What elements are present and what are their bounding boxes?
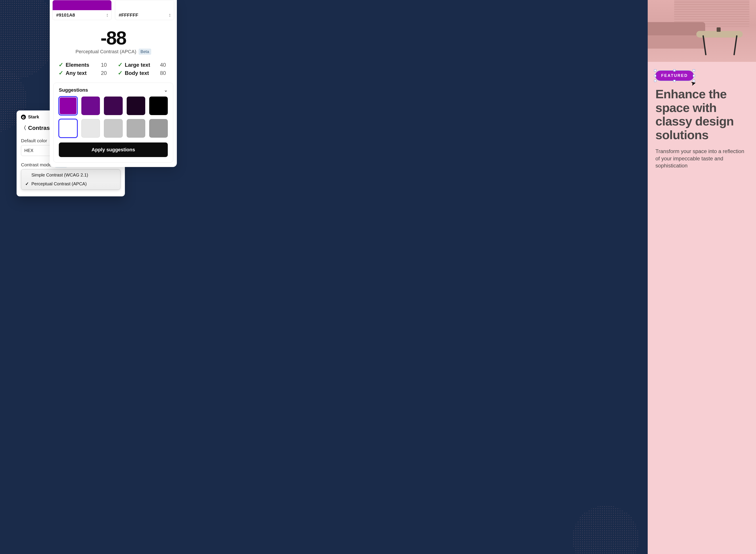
chevron-down-icon[interactable]: ⌄ <box>164 87 168 93</box>
contrast-score-label: Perceptual Contrast (APCA) <box>75 49 136 55</box>
design-preview-pane: FEATURED ➤ Enhance the space with classy… <box>648 0 756 554</box>
plugin-title: Stark <box>28 114 39 119</box>
suggestion-swatch[interactable] <box>59 97 78 115</box>
preview-decor <box>717 27 721 32</box>
stark-logo-icon: ◐ <box>21 115 26 119</box>
apply-suggestions-button[interactable]: Apply suggestions <box>59 143 168 157</box>
featured-pill[interactable]: FEATURED <box>655 71 694 80</box>
selection-handle[interactable] <box>673 69 675 71</box>
dropdown-option[interactable]: Simple Contrast (WCAG 2.1) <box>21 171 120 179</box>
selection-handle[interactable] <box>693 69 695 71</box>
suggestion-swatch[interactable] <box>104 97 122 115</box>
check-value: 20 <box>101 70 109 76</box>
suggestion-swatch[interactable] <box>149 97 168 115</box>
check-icon: ✓ <box>118 61 123 68</box>
foreground-hex-value: #9101A8 <box>56 12 75 18</box>
suggestion-swatch[interactable] <box>127 97 145 115</box>
preview-decor <box>734 35 738 55</box>
selection-handle[interactable] <box>654 80 656 82</box>
contrast-panel: #9101A8 ▴▾ #FFFFFF ▴▾ -88 Perceptual Con… <box>50 0 177 167</box>
background-color-cell[interactable]: #FFFFFF ▴▾ <box>115 0 174 20</box>
check-label: Any text <box>66 70 99 76</box>
suggestion-swatch[interactable] <box>104 119 122 137</box>
check-icon: ✓ <box>118 69 123 76</box>
suggestion-swatch-grid <box>59 97 168 137</box>
stepper-icon[interactable]: ▴▾ <box>169 13 170 17</box>
dropdown-option-label: Perceptual Contrast (APCA) <box>32 181 87 186</box>
suggestion-swatch[interactable] <box>127 119 145 137</box>
check-item: ✓ Body text 80 <box>118 69 168 76</box>
background-swatch <box>115 0 174 10</box>
selected-element-pill[interactable]: FEATURED ➤ <box>655 71 694 80</box>
check-value: 80 <box>160 70 168 76</box>
check-value: 40 <box>160 62 168 68</box>
check-label: Elements <box>66 62 99 68</box>
selection-handle[interactable] <box>673 80 675 82</box>
suggestion-swatch[interactable] <box>81 97 100 115</box>
selection-handle[interactable] <box>693 75 695 77</box>
check-icon: ✓ <box>25 181 29 186</box>
check-item: ✓ Elements 10 <box>59 61 109 68</box>
check-item: ✓ Large text 40 <box>118 61 168 68</box>
compliance-checks-grid: ✓ Elements 10 ✓ Large text 40 ✓ Any text… <box>50 57 177 82</box>
stepper-icon[interactable]: ▴▾ <box>107 13 108 17</box>
suggestion-swatch[interactable] <box>81 119 100 137</box>
suggestion-swatch[interactable] <box>149 119 168 137</box>
check-icon: ✓ <box>59 61 63 68</box>
check-label: Body text <box>125 70 158 76</box>
selection-handle[interactable] <box>654 75 656 77</box>
preview-heading: Enhance the space with classy design sol… <box>655 87 748 142</box>
dropdown-option[interactable]: ✓ Perceptual Contrast (APCA) <box>21 179 120 188</box>
preview-hero-image <box>648 0 756 62</box>
check-label: Large text <box>125 62 158 68</box>
preview-decor <box>648 35 705 49</box>
check-value: 10 <box>101 62 109 68</box>
preview-subheading: Transform your space into a reflection o… <box>655 148 748 169</box>
contrast-model-dropdown[interactable]: Simple Contrast (WCAG 2.1) ✓ Perceptual … <box>21 169 120 190</box>
chevron-left-icon: 〈 <box>21 124 26 131</box>
suggestions-title: Suggestions <box>59 87 88 93</box>
background-hex-value: #FFFFFF <box>119 12 138 18</box>
suggestion-swatch[interactable] <box>59 119 78 137</box>
cursor-icon: ➤ <box>690 79 697 88</box>
beta-badge: Beta <box>139 49 151 55</box>
dropdown-option-label: Simple Contrast (WCAG 2.1) <box>32 172 88 178</box>
check-item: ✓ Any text 20 <box>59 69 109 76</box>
check-icon: ✓ <box>59 69 63 76</box>
decorative-blob <box>572 505 639 554</box>
selection-handle[interactable] <box>654 69 656 71</box>
foreground-color-cell[interactable]: #9101A8 ▴▾ <box>52 0 112 20</box>
foreground-swatch <box>53 0 111 10</box>
contrast-score-value: -88 <box>50 28 177 47</box>
suggestions-card: Suggestions ⌄ Apply suggestions <box>53 82 173 163</box>
decorative-blob <box>0 0 57 79</box>
